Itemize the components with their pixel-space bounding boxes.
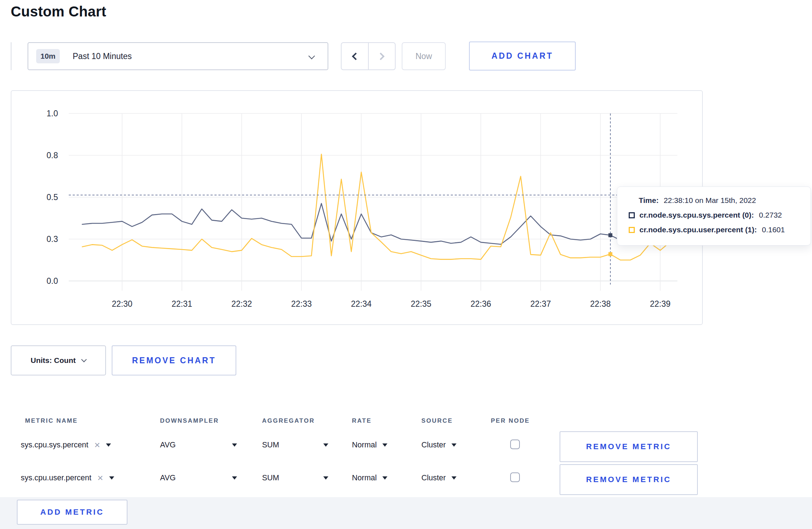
col-header-per-node: PER NODE <box>491 417 530 424</box>
time-nav-group <box>341 42 396 70</box>
chevron-right-icon <box>377 52 385 60</box>
time-forward-button[interactable] <box>368 43 395 69</box>
sys-series-swatch-icon <box>629 212 635 218</box>
tooltip-series-name: cr.node.sys.cpu.sys.percent (0): <box>639 211 754 219</box>
chart-tooltip: Time:22:38:10 on Mar 15th, 2022 cr.node.… <box>617 186 811 246</box>
caret-down-icon <box>109 476 114 480</box>
cpu-chart[interactable]: 0.00.30.50.81.022:3022:3122:3222:3322:34… <box>11 91 702 324</box>
source-select[interactable]: Cluster <box>421 441 456 450</box>
svg-text:0.8: 0.8 <box>47 151 58 160</box>
svg-text:22:33: 22:33 <box>291 299 312 309</box>
tooltip-series-name: cr.node.sys.cpu.user.percent (1): <box>639 225 757 234</box>
tooltip-series-value: 0.2732 <box>759 211 782 219</box>
col-header-aggregator: AGGREGATOR <box>262 417 315 424</box>
col-header-source: SOURCE <box>421 417 453 424</box>
caret-down-icon <box>451 443 456 447</box>
downsampler-select[interactable]: AVG <box>160 474 237 482</box>
chevron-down-icon <box>308 53 315 59</box>
remove-chart-button[interactable]: REMOVE CHART <box>112 345 236 375</box>
caret-down-icon <box>323 476 328 480</box>
tooltip-series-row: cr.node.sys.cpu.sys.percent (0): 0.2732 <box>629 211 800 219</box>
units-label: Units: Count <box>31 356 76 365</box>
add-metric-button[interactable]: ADD METRIC <box>17 500 127 525</box>
svg-text:0.5: 0.5 <box>47 193 58 202</box>
svg-text:22:32: 22:32 <box>231 299 252 309</box>
aggregator-select[interactable]: SUM <box>262 441 328 450</box>
rate-select[interactable]: Normal <box>352 474 387 482</box>
source-select[interactable]: Cluster <box>421 474 456 482</box>
tooltip-series-row: cr.node.sys.cpu.user.percent (1): 0.1601 <box>629 225 800 234</box>
tooltip-series-value: 0.1601 <box>762 225 785 234</box>
per-node-checkbox[interactable] <box>510 472 520 482</box>
caret-down-icon <box>382 443 387 447</box>
downsampler-value: AVG <box>160 441 176 450</box>
aggregator-value: SUM <box>262 474 279 482</box>
caret-down-icon <box>232 476 237 480</box>
col-header-metric-name: METRIC NAME <box>25 417 78 424</box>
clear-metric-icon[interactable]: ✕ <box>94 441 101 450</box>
caret-down-icon <box>451 476 456 480</box>
svg-text:22:30: 22:30 <box>112 299 132 309</box>
aggregator-select[interactable]: SUM <box>262 474 328 482</box>
svg-text:1.0: 1.0 <box>47 109 58 118</box>
caret-down-icon <box>323 443 328 447</box>
downsampler-value: AVG <box>160 474 176 482</box>
svg-text:22:37: 22:37 <box>530 299 551 309</box>
tooltip-time-row: Time:22:38:10 on Mar 15th, 2022 <box>639 196 800 205</box>
metric-name-value: sys.cpu.sys.percent <box>21 441 88 450</box>
svg-text:22:36: 22:36 <box>470 299 491 309</box>
chevron-left-icon <box>352 52 359 60</box>
svg-text:22:31: 22:31 <box>171 299 192 309</box>
source-value: Cluster <box>421 474 446 482</box>
svg-text:22:38: 22:38 <box>590 299 611 309</box>
rate-value: Normal <box>352 441 377 450</box>
units-dropdown[interactable]: Units: Count <box>11 345 106 375</box>
clear-metric-icon[interactable]: ✕ <box>97 474 103 482</box>
svg-text:0.3: 0.3 <box>47 234 58 244</box>
toolbar-divider <box>11 42 11 70</box>
svg-text:22:35: 22:35 <box>411 299 431 309</box>
now-button[interactable]: Now <box>402 42 446 70</box>
page-title: Custom Chart <box>11 4 106 20</box>
col-header-rate: RATE <box>352 417 372 424</box>
caret-down-icon <box>106 443 111 447</box>
remove-metric-button[interactable]: REMOVE METRIC <box>560 431 698 462</box>
chart-card: 0.00.30.50.81.022:3022:3122:3222:3322:34… <box>11 90 703 325</box>
remove-metric-button[interactable]: REMOVE METRIC <box>560 464 698 495</box>
col-header-downsampler: DOWNSAMPLER <box>160 417 219 424</box>
rate-select[interactable]: Normal <box>352 441 387 450</box>
svg-text:0.0: 0.0 <box>47 276 58 286</box>
aggregator-value: SUM <box>262 441 279 450</box>
time-range-label: Past 10 Minutes <box>73 52 132 61</box>
tooltip-time-label: Time: <box>639 196 659 204</box>
time-back-button[interactable] <box>342 43 368 69</box>
downsampler-select[interactable]: AVG <box>160 441 237 450</box>
metric-name-select[interactable]: sys.cpu.user.percent ✕ <box>21 474 114 482</box>
svg-text:22:34: 22:34 <box>351 299 372 309</box>
user-series-swatch-icon <box>629 227 635 233</box>
add-chart-button[interactable]: ADD CHART <box>469 42 576 71</box>
caret-down-icon <box>232 443 237 447</box>
metric-name-value: sys.cpu.user.percent <box>21 474 91 482</box>
metric-name-select[interactable]: sys.cpu.sys.percent ✕ <box>21 441 111 450</box>
caret-down-icon <box>382 476 387 480</box>
per-node-checkbox[interactable] <box>510 440 520 449</box>
chevron-down-icon <box>81 356 87 362</box>
time-range-badge: 10m <box>36 49 60 63</box>
svg-text:22:39: 22:39 <box>650 299 671 309</box>
rate-value: Normal <box>352 474 377 482</box>
source-value: Cluster <box>421 441 446 450</box>
tooltip-time-value: 22:38:10 on Mar 15th, 2022 <box>664 196 756 204</box>
time-range-dropdown[interactable]: 10m Past 10 Minutes <box>28 42 328 70</box>
